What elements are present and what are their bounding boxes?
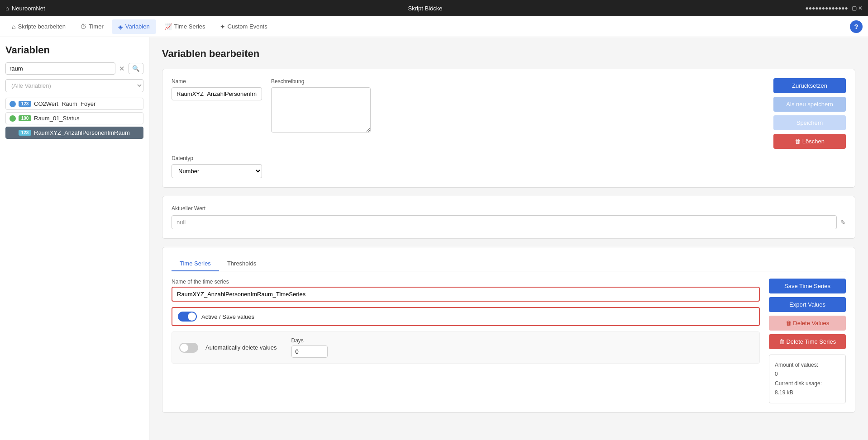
variablen-icon: ◈ — [118, 23, 123, 30]
timeseries-card: Time Series Thresholds Name of the time … — [162, 247, 855, 413]
help-button[interactable]: ? — [850, 20, 863, 33]
stats-box: Amount of values: 0 Current disk usage: … — [769, 355, 846, 403]
stats-amount-label: Amount of values: — [775, 362, 818, 368]
stats-disk-label: Current disk usage: — [775, 380, 822, 387]
beschreibung-label: Beschreibung — [271, 78, 371, 85]
current-value-input[interactable] — [172, 215, 837, 229]
topbar-title: Skript Blöcke — [408, 5, 443, 12]
tab-thresholds[interactable]: Thresholds — [219, 256, 264, 271]
nav-label-timer: Timer — [89, 23, 104, 30]
nav-item-timeseries[interactable]: 📈 Time Series — [158, 19, 212, 34]
variable-item-raumxyz[interactable]: 123 RaumXYZ_AnzahlPersonenImRaum — [5, 127, 143, 139]
var-name-raum01: Raum_01_Status — [34, 115, 79, 122]
customevents-icon: ✦ — [220, 23, 225, 30]
user-info: ●●●●●●●●●●●●● — [805, 5, 848, 11]
var-name-co2: CO2Wert_Raum_Foyer — [34, 100, 95, 107]
reset-button[interactable]: Zurücksetzen — [773, 78, 846, 93]
nav-item-timer[interactable]: ⏱ Timer — [74, 19, 110, 34]
days-label: Days — [291, 337, 328, 344]
toggle-slider — [178, 312, 197, 322]
topbar-right: ●●●●●●●●●●●●● ▢ ✕ — [805, 5, 863, 11]
save-button[interactable]: Speichern — [773, 115, 846, 130]
nav-item-skripte[interactable]: ⌂ Skripte bearbeiten — [5, 19, 72, 34]
form-row-top: Name Beschreibung Zurücksetzen Als neu s… — [172, 78, 846, 149]
auto-delete-label: Automatically delete values — [205, 344, 277, 351]
nav-label-skripte: Skripte bearbeiten — [18, 23, 66, 30]
page-title: Variablen bearbeiten — [162, 48, 855, 60]
stats-amount-value: 0 — [775, 371, 778, 377]
beschreibung-textarea[interactable] — [271, 87, 371, 132]
variable-item-raum01[interactable]: 100 Raum_01_Status — [5, 112, 143, 124]
timer-icon: ⏱ — [80, 23, 86, 30]
nav-item-variablen[interactable]: ◈ Variablen — [112, 19, 156, 34]
datentyp-group: Datentyp Number — [172, 155, 846, 178]
auto-delete-card: Automatically delete values Days — [172, 331, 760, 364]
topbar-left: ⌂ NeuroomNet — [5, 5, 45, 12]
window-controls: ▢ ✕ — [852, 5, 863, 11]
filter-dropdown[interactable]: (Alle Variablen) — [5, 79, 143, 92]
tabs-bar: Time Series Thresholds — [172, 256, 846, 271]
search-row: ✕ 🔍 — [5, 62, 143, 75]
name-group: Name — [172, 78, 262, 149]
var-badge-raumxyz: 123 — [19, 130, 31, 136]
name-input[interactable] — [172, 87, 262, 100]
navbar: ⌂ Skripte bearbeiten ⏱ Timer ◈ Variablen… — [0, 16, 868, 37]
nav-label-customevents: Custom Events — [228, 23, 267, 30]
current-value-card: Aktueller Wert ✎ — [162, 196, 855, 239]
nav-label-timeseries: Time Series — [174, 23, 205, 30]
delete-button[interactable]: 🗑 Löschen — [773, 134, 846, 149]
tab-timeseries[interactable]: Time Series — [172, 256, 219, 271]
auto-delete-slider — [179, 343, 198, 353]
stats-disk-value: 8.19 kB — [775, 389, 793, 396]
var-name-raumxyz: RaumXYZ_AnzahlPersonenImRaum — [34, 129, 130, 136]
toggle-switch[interactable] — [178, 312, 197, 322]
export-values-button[interactable]: Export Values — [769, 297, 846, 312]
edit-icon[interactable]: ✎ — [840, 219, 846, 226]
timeseries-nav-icon: 📈 — [164, 23, 172, 30]
save-timeseries-button[interactable]: Save Time Series — [769, 279, 846, 293]
search-clear-button[interactable]: ✕ — [117, 64, 127, 74]
variable-item-co2[interactable]: 123 CO2Wert_Raum_Foyer — [5, 98, 143, 110]
ts-name-input[interactable] — [172, 287, 760, 302]
search-input[interactable] — [5, 62, 115, 75]
nav-label-variablen: Variablen — [125, 23, 150, 30]
sidebar: Variablen ✕ 🔍 (Alle Variablen) 123 CO2We… — [0, 37, 149, 440]
toggle-row: Active / Save values — [172, 307, 760, 326]
timeseries-right: Save Time Series Export Values 🗑 Delete … — [769, 279, 846, 403]
ts-name-label: Name of the time series — [172, 279, 760, 285]
main-layout: Variablen ✕ 🔍 (Alle Variablen) 123 CO2We… — [0, 37, 868, 440]
topbar: ⌂ NeuroomNet Skript Blöcke ●●●●●●●●●●●●●… — [0, 0, 868, 16]
sidebar-title: Variablen — [5, 44, 143, 56]
delete-timeseries-button[interactable]: 🗑 Delete Time Series — [769, 334, 846, 349]
current-value-row: ✎ — [172, 215, 846, 229]
timeseries-content: Name of the time series Active / Save va… — [172, 279, 846, 403]
days-input[interactable] — [291, 345, 328, 358]
var-dot-co2 — [10, 101, 16, 107]
auto-delete-toggle[interactable] — [179, 343, 198, 353]
name-label: Name — [172, 78, 262, 85]
app-name: NeuroomNet — [12, 5, 45, 12]
delete-values-button[interactable]: 🗑 Delete Values — [769, 316, 846, 331]
var-dot-raum01 — [10, 115, 16, 122]
nav-item-customevents[interactable]: ✦ Custom Events — [214, 19, 274, 34]
search-button[interactable]: 🔍 — [129, 63, 143, 74]
action-buttons: Zurücksetzen Als neu speichern Speichern… — [773, 78, 846, 149]
var-dot-raumxyz — [10, 130, 16, 136]
content: Variablen bearbeiten Name Beschreibung Z… — [149, 37, 868, 440]
current-value-label: Aktueller Wert — [172, 205, 846, 212]
var-badge-co2: 123 — [19, 101, 31, 107]
datentyp-select[interactable]: Number — [172, 164, 262, 178]
main-form-card: Name Beschreibung Zurücksetzen Als neu s… — [162, 69, 855, 188]
home-icon: ⌂ — [5, 5, 9, 12]
beschreibung-group: Beschreibung — [271, 78, 371, 149]
datentyp-label: Datentyp — [172, 155, 846, 161]
save-new-button[interactable]: Als neu speichern — [773, 97, 846, 112]
timeseries-left: Name of the time series Active / Save va… — [172, 279, 760, 403]
toggle-label: Active / Save values — [201, 313, 254, 320]
skripte-icon: ⌂ — [12, 23, 15, 30]
var-badge-raum01: 100 — [19, 115, 31, 121]
days-group: Days — [291, 337, 328, 358]
